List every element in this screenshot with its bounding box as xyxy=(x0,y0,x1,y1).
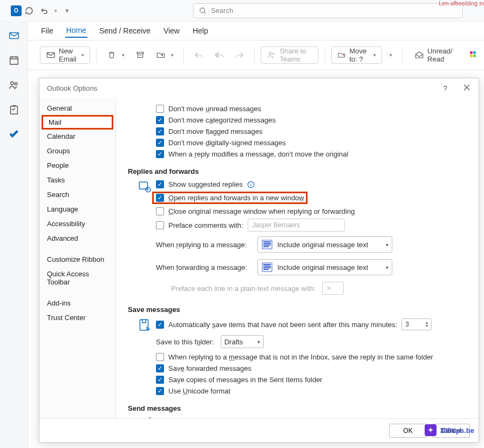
nav-search[interactable]: Search xyxy=(39,187,115,202)
nav-people[interactable]: People xyxy=(39,158,115,173)
section-send-messages: Send messages xyxy=(128,397,467,416)
tasks-rail-icon[interactable] xyxy=(8,104,21,117)
nav-trust-center[interactable]: Trust Center xyxy=(39,310,115,325)
folder-icon xyxy=(337,51,346,59)
svg-point-3 xyxy=(10,82,13,85)
nav-customize-ribbon[interactable]: Customize Ribbon xyxy=(39,252,115,267)
archive-button[interactable] xyxy=(132,46,148,64)
close-icon[interactable] xyxy=(462,84,471,92)
reply-icon xyxy=(194,50,203,60)
nav-accessibility[interactable]: Accessibility xyxy=(39,216,115,231)
cb-reply-same-folder[interactable] xyxy=(156,353,164,361)
svg-rect-11 xyxy=(473,51,476,54)
outlook-options-dialog: Outlook Options ? General Mail Calendar … xyxy=(39,78,479,443)
lbl-suggested-replies: Show suggested replies xyxy=(168,180,243,188)
nav-calendar[interactable]: Calendar xyxy=(39,129,115,144)
svg-rect-19 xyxy=(263,243,271,244)
lbl-dont-move-flagged: Don't move flagged messages xyxy=(168,127,262,135)
help-icon[interactable]: ? xyxy=(441,84,449,92)
ok-button[interactable]: OK xyxy=(389,424,427,438)
new-email-button[interactable]: New Email ▾ xyxy=(40,46,90,64)
nav-qat[interactable]: Quick Access Toolbar xyxy=(39,267,115,289)
titlebar-overflow-icon[interactable]: ▾ xyxy=(59,3,74,18)
search-icon xyxy=(199,7,207,15)
dialog-footer: OK Cancel xyxy=(39,418,479,442)
cb-unicode[interactable] xyxy=(156,387,164,395)
forward-button[interactable] xyxy=(231,46,248,64)
cb-close-original[interactable] xyxy=(156,207,164,215)
unread-read-button[interactable]: Unread/ Read xyxy=(409,46,461,64)
section-replies-forwards: Replies and forwards xyxy=(128,160,467,179)
calendar-rail-icon[interactable] xyxy=(8,54,21,67)
search-box[interactable]: Search xyxy=(193,3,463,18)
svg-rect-24 xyxy=(263,266,271,267)
save-icon[interactable] xyxy=(22,3,37,18)
mail-icon xyxy=(46,50,56,60)
menu-view[interactable]: View xyxy=(162,24,181,37)
dialog-title: Outlook Options xyxy=(47,84,97,92)
move-overflow-button[interactable]: ▾ xyxy=(386,46,396,64)
cb-dont-move-flagged[interactable] xyxy=(156,127,164,135)
lbl-reply-modifies: When a reply modifies a message, don't m… xyxy=(168,150,348,158)
section-save-messages: Save messages xyxy=(128,298,467,317)
undo-icon[interactable] xyxy=(37,3,52,18)
svg-rect-20 xyxy=(263,245,271,246)
options-content[interactable]: Don't move unread messages Don't move ca… xyxy=(116,98,479,418)
cb-suggested-replies[interactable] xyxy=(156,180,164,188)
share-to-teams-button[interactable]: Share to Teams xyxy=(261,46,318,64)
watermark-logo: ✦ 365tips.be xyxy=(425,424,474,436)
svg-rect-10 xyxy=(470,51,473,54)
left-rail xyxy=(0,22,28,448)
people-rail-icon[interactable] xyxy=(8,79,21,92)
mail-rail-icon[interactable] xyxy=(8,29,21,42)
cb-open-replies-new-window[interactable] xyxy=(156,194,164,202)
cb-autosave[interactable] xyxy=(156,321,164,329)
apps-button[interactable] xyxy=(466,46,482,64)
undo-dropdown-icon[interactable]: ▾ xyxy=(52,3,59,18)
nav-groups[interactable]: Groups xyxy=(39,144,115,158)
watermark-icon: ✦ xyxy=(425,424,437,436)
info-icon[interactable] xyxy=(247,181,255,188)
preface-comments-input: Jasper Bernaers xyxy=(248,219,345,232)
todo-rail-icon[interactable] xyxy=(8,128,21,141)
cb-reply-modifies[interactable] xyxy=(156,150,164,158)
dd-forward-action[interactable]: Include original message text▾ xyxy=(257,259,392,275)
dialog-titlebar: Outlook Options ? xyxy=(39,78,479,98)
move-to-dropdown[interactable]: Move to: ? ▾ xyxy=(331,46,382,64)
lbl-save-forwarded: Save forwarded messages xyxy=(168,364,251,372)
autosave-minutes-input[interactable]: 3▴▾ xyxy=(401,318,432,330)
lbl-reply-same-folder: When replying to a message that is not i… xyxy=(168,353,433,361)
dd-save-folder[interactable]: Drafts▾ xyxy=(221,335,264,348)
cb-save-forwarded[interactable] xyxy=(156,364,164,372)
nav-advanced[interactable]: Advanced xyxy=(39,231,115,246)
dd-reply-action[interactable]: Include original message text▾ xyxy=(257,236,392,253)
nav-mail[interactable]: Mail xyxy=(42,115,113,130)
lbl-dont-move-categorized: Don't move categorized messages xyxy=(168,116,276,124)
nav-language[interactable]: Language xyxy=(39,202,115,216)
cb-dont-move-unread[interactable] xyxy=(156,105,164,113)
svg-rect-25 xyxy=(263,267,271,268)
nav-tasks[interactable]: Tasks xyxy=(39,173,115,187)
reply-all-button[interactable] xyxy=(211,46,227,64)
svg-rect-21 xyxy=(263,246,269,247)
delete-button[interactable]: ▾ xyxy=(104,46,128,64)
nav-addins[interactable]: Add-ins xyxy=(39,296,115,310)
menu-file[interactable]: File xyxy=(40,24,54,37)
svg-rect-26 xyxy=(263,269,269,270)
options-nav: General Mail Calendar Groups People Task… xyxy=(39,98,116,418)
cb-dont-move-categorized[interactable] xyxy=(156,116,164,124)
reply-button[interactable] xyxy=(190,46,207,64)
cb-save-sent-copies[interactable] xyxy=(156,376,164,384)
menu-help[interactable]: Help xyxy=(192,24,209,37)
autosave-value: 3 xyxy=(405,321,409,328)
cb-dont-move-digitally-signed[interactable] xyxy=(156,139,164,147)
move-to-label: Move to: ? xyxy=(349,47,370,63)
unread-read-label: Unread/ Read xyxy=(427,47,456,63)
move-button[interactable]: ▾ xyxy=(153,46,177,64)
menu-send-receive[interactable]: Send / Receive xyxy=(98,24,152,37)
svg-rect-6 xyxy=(47,53,54,58)
archive-icon xyxy=(135,50,145,60)
menu-home[interactable]: Home xyxy=(65,24,87,38)
nav-general[interactable]: General xyxy=(39,101,115,116)
cb-preface-comments[interactable] xyxy=(156,221,164,229)
